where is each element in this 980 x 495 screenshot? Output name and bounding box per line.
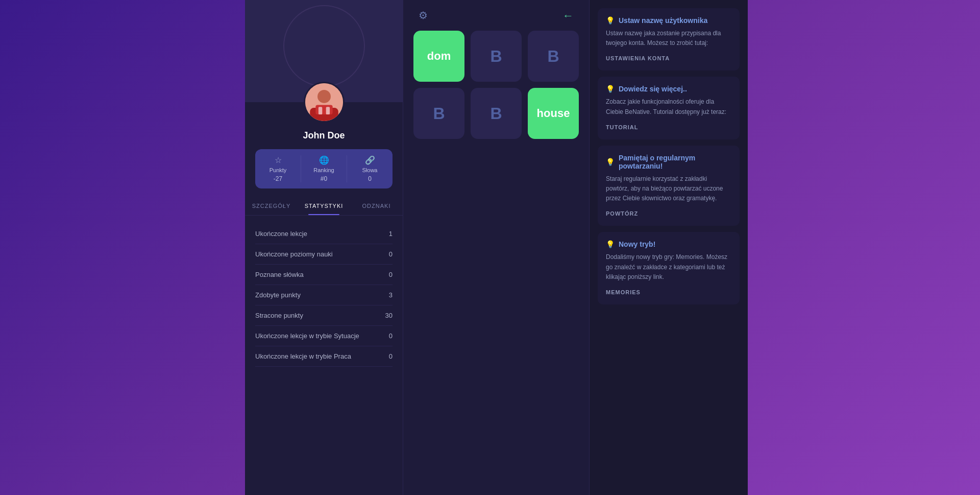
stat-row-6: Ukończone lekcje w trybie Praca 0 <box>255 346 393 367</box>
tab-szczegoly[interactable]: SZCZEGÓŁY <box>245 197 298 215</box>
tip-card-2: 💡 Pamiętaj o regularnym powtarzaniu! Sta… <box>598 146 740 226</box>
game-grid: dom B B B B house <box>413 31 579 139</box>
avatar <box>304 82 345 123</box>
circle-decoration <box>283 5 365 87</box>
stat-slowa-value: 0 <box>368 175 372 182</box>
bulb-icon-3: 💡 <box>606 240 615 248</box>
tab-statystyki[interactable]: STATYSTYKI <box>298 197 350 215</box>
stat-value-0: 1 <box>389 230 393 238</box>
avatar-container <box>304 82 345 123</box>
stat-row-5: Ukończone lekcje w trybie Sytuacje 0 <box>255 326 393 346</box>
stat-row-4: Stracone punkty 30 <box>255 305 393 326</box>
main-container: John Doe ☆ Punkty -27 🌐 Ranking #0 🔗 Sło… <box>245 0 735 495</box>
svg-rect-5 <box>326 107 329 114</box>
tip-card-0: 💡 Ustaw nazwę użytkownika Ustaw nazwę ja… <box>598 8 740 70</box>
tip-text-3: Dodaliśmy nowy tryb gry: Memories. Możes… <box>606 252 731 282</box>
stat-punkty: ☆ Punkty -27 <box>255 155 301 182</box>
stat-ranking-value: #0 <box>321 175 327 182</box>
svg-rect-3 <box>315 105 332 115</box>
stat-label-3: Zdobyte punkty <box>255 291 301 299</box>
stat-row-1: Ukończone poziomy nauki 0 <box>255 244 393 265</box>
stat-ranking: 🌐 Ranking #0 <box>301 155 347 182</box>
game-cell-0[interactable]: dom <box>413 31 464 82</box>
stat-row-0: Ukończone lekcje 1 <box>255 224 393 244</box>
tab-odznaki[interactable]: ODZNAKI <box>350 197 403 215</box>
tip-link-3[interactable]: MEMORIES <box>606 289 641 295</box>
tip-link-0[interactable]: USTAWIENIA KONTA <box>606 55 670 61</box>
stat-value-2: 0 <box>389 271 393 278</box>
stat-row-3: Zdobyte punkty 3 <box>255 285 393 305</box>
stat-value-6: 0 <box>389 352 393 360</box>
stat-row-2: Poznane słówka 0 <box>255 265 393 285</box>
back-icon[interactable]: ← <box>562 9 574 22</box>
middle-panel: ⚙ ← dom B B B B house <box>403 0 590 495</box>
stat-value-1: 0 <box>389 250 393 258</box>
stat-label-1: Ukończone poziomy nauki <box>255 250 333 258</box>
svg-point-1 <box>317 90 331 103</box>
game-cell-2[interactable]: B <box>528 31 579 82</box>
svg-rect-4 <box>318 107 322 114</box>
stat-label-6: Ukończone lekcje w trybie Praca <box>255 352 351 360</box>
word-icon: 🔗 <box>365 155 375 165</box>
profile-name: John Doe <box>303 130 345 141</box>
stat-label-0: Ukończone lekcje <box>255 230 307 238</box>
stat-value-3: 3 <box>389 291 393 299</box>
stat-label-4: Stracone punkty <box>255 312 303 319</box>
globe-icon: 🌐 <box>319 155 329 165</box>
bulb-icon-0: 💡 <box>606 16 615 25</box>
stat-slowa: 🔗 Słowa 0 <box>347 155 393 182</box>
stat-value-4: 30 <box>385 312 393 319</box>
tip-text-1: Zobacz jakie funkcjonalności oferuje dla… <box>606 97 731 116</box>
tip-title-3: 💡 Nowy tryb! <box>606 240 731 248</box>
left-panel: John Doe ☆ Punkty -27 🌐 Ranking #0 🔗 Sło… <box>245 0 403 495</box>
bulb-icon-1: 💡 <box>606 85 615 93</box>
game-cell-4[interactable]: B <box>471 88 522 139</box>
stats-bar: ☆ Punkty -27 🌐 Ranking #0 🔗 Słowa 0 <box>255 149 393 188</box>
stat-slowa-label: Słowa <box>362 167 378 173</box>
stat-punkty-value: -27 <box>274 175 282 182</box>
tip-text-0: Ustaw nazwę jaka zostanie przypisana dla… <box>606 29 731 48</box>
game-cell-3[interactable]: B <box>413 88 464 139</box>
game-cell-1[interactable]: B <box>471 31 522 82</box>
stat-label-2: Poznane słówka <box>255 271 304 278</box>
stat-label-5: Ukończone lekcje w trybie Sytuacje <box>255 332 359 340</box>
tabs-row: SZCZEGÓŁY STATYSTYKI ODZNAKI <box>245 197 403 216</box>
star-icon: ☆ <box>275 155 282 165</box>
tip-link-2[interactable]: POWTÓRZ <box>606 210 638 217</box>
bulb-icon-2: 💡 <box>606 158 615 166</box>
header-icons: ⚙ ← <box>403 9 589 22</box>
profile-header <box>245 0 403 102</box>
tip-card-1: 💡 Dowiedz się więcej.. Zobacz jakie funk… <box>598 77 740 139</box>
tip-title-2: 💡 Pamiętaj o regularnym powtarzaniu! <box>606 154 731 170</box>
tip-title-1: 💡 Dowiedz się więcej.. <box>606 85 731 93</box>
tip-title-0: 💡 Ustaw nazwę użytkownika <box>606 16 731 25</box>
game-cell-5[interactable]: house <box>528 88 579 139</box>
stat-value-5: 0 <box>389 332 393 340</box>
right-panel: 💡 Ustaw nazwę użytkownika Ustaw nazwę ja… <box>590 0 748 495</box>
stat-punkty-label: Punkty <box>270 167 287 173</box>
tip-text-2: Staraj regularnie korzystać z zakładki p… <box>606 174 731 204</box>
stat-ranking-label: Ranking <box>313 167 334 173</box>
gear-icon[interactable]: ⚙ <box>419 9 428 22</box>
statistics-list: Ukończone lekcje 1 Ukończone poziomy nau… <box>245 224 403 367</box>
tip-card-3: 💡 Nowy tryb! Dodaliśmy nowy tryb gry: Me… <box>598 232 740 304</box>
tip-link-1[interactable]: TUTORIAL <box>606 124 638 130</box>
